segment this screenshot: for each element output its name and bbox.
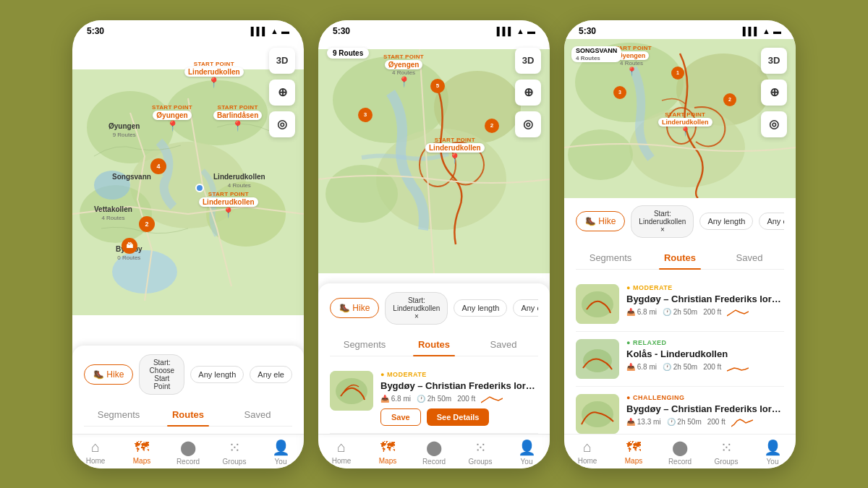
- route-title-3-1: Bygdøy – Christian Frederiks lorem...: [626, 294, 784, 304]
- nav-maps-2[interactable]: 🗺Maps: [365, 439, 411, 466]
- pin-oyengen-sub: 4 Routes: [392, 69, 415, 76]
- location-button-2[interactable]: ◎: [515, 111, 541, 137]
- cluster-3-1: 1: [671, 67, 684, 80]
- start-filter-2[interactable]: Start: Linderudkollen ×: [385, 292, 448, 325]
- details-btn-2-1[interactable]: See Details: [427, 408, 490, 426]
- start-label-lind3: START POINT: [665, 111, 705, 118]
- tab-saved-3[interactable]: Saved: [715, 247, 784, 269]
- layers-button-2[interactable]: ⊕: [515, 80, 541, 106]
- tab-routes-3[interactable]: Routes: [645, 247, 715, 269]
- hike-filter-btn-3[interactable]: 🥾 Hike: [576, 211, 625, 231]
- route-count-badge: 9 Routes: [327, 48, 369, 59]
- pin-name: Linderudkollen: [184, 67, 244, 77]
- 3d-button-1[interactable]: 3D: [269, 48, 295, 74]
- layers-button-1[interactable]: ⊕: [269, 80, 295, 106]
- map-area-2: 3D ⊕ ◎ 9 Routes START POINT Øyengen 4 Ro…: [318, 39, 550, 283]
- pin-linderudkollen-3: START POINT Linderudkollen 📍: [658, 111, 712, 137]
- dur-3-3: 🕐 2h 50m: [667, 418, 702, 426]
- route-title-3-3: Bygdøy – Christian Frederiks lorem...: [626, 403, 784, 414]
- nav-groups-2[interactable]: ⁙Groups: [457, 439, 503, 466]
- pin-oyungen-sp: START POINT Øyungen 📍: [152, 104, 192, 132]
- elev-filter-1[interactable]: Any ele: [250, 366, 292, 383]
- hike-filter-btn-2[interactable]: 🥾 Hike: [330, 298, 379, 318]
- tab-saved-2[interactable]: Saved: [469, 333, 538, 356]
- bottom-nav-3: ⌂Home 🗺Maps ⬤Record ⁙Groups 👤You: [564, 434, 796, 468]
- nav-home-2[interactable]: ⌂Home: [318, 439, 365, 466]
- nav-maps-3[interactable]: 🗺Maps: [610, 439, 657, 466]
- start-filter-3[interactable]: Start: Linderudkollen ×: [631, 205, 694, 238]
- thumb-svg-3-1: [576, 284, 619, 324]
- pin-lind3: Linderudkollen: [658, 118, 712, 127]
- nav-you-1[interactable]: 👤You: [258, 439, 304, 466]
- pin-icon-oyengen-3: 📍: [626, 67, 637, 77]
- route-info-3-3: ● CHALLENGING Bygdøy – Christian Frederi…: [626, 394, 784, 427]
- route-info-3-1: ● MODERATE Bygdøy – Christian Frederiks …: [626, 284, 784, 317]
- signal-icon-3: ▌▌▌: [743, 27, 760, 35]
- route-title-2-1: Bygdøy – Christian Frederiks lorem...: [380, 380, 538, 391]
- svg-point-27: [582, 401, 613, 427]
- length-filter-2[interactable]: Any length: [454, 299, 507, 317]
- route-badge-2-1: ● MODERATE: [380, 371, 538, 378]
- nav-groups-1[interactable]: ⁙Groups: [211, 439, 258, 466]
- nav-record-1[interactable]: ⬤Record: [165, 439, 211, 466]
- wifi-icon-3: ▲: [762, 27, 770, 35]
- nav-record-3[interactable]: ⬤Record: [657, 439, 703, 466]
- layers-button-3[interactable]: ⊕: [761, 80, 787, 106]
- location-button-3[interactable]: ◎: [761, 111, 787, 137]
- start-filter-1[interactable]: Start: Choose Start Point: [139, 354, 184, 395]
- pin-barlindas: START POINT Barlindåsen 📍: [213, 104, 262, 132]
- svg-point-15: [336, 378, 367, 404]
- nav-home-1[interactable]: ⌂Home: [72, 439, 119, 466]
- route-thumb-2-1: [330, 371, 373, 411]
- wifi-icon: ▲: [271, 27, 278, 35]
- route-info-2-1: ● MODERATE Bygdøy – Christian Frederiks …: [380, 371, 538, 426]
- tab-segments-2[interactable]: Segments: [330, 333, 399, 356]
- tab-segments-1[interactable]: Segments: [84, 403, 153, 426]
- svg-point-25: [583, 349, 612, 372]
- cluster-pin-1: 4: [150, 158, 166, 174]
- status-bar-2: 5:30 ▌▌▌ ▲ ▬: [318, 20, 550, 39]
- dur-3-1: 🕐 2h 50m: [663, 308, 697, 316]
- nav-home-3[interactable]: ⌂Home: [564, 439, 610, 466]
- route-card-3-3: ● CHALLENGING Bygdøy – Christian Frederi…: [576, 387, 784, 434]
- pin-linderudkollen-top: START POINT Linderudkollen 📍: [184, 61, 244, 88]
- area-label-vettakollen: Vettakollen4 Routes: [94, 205, 132, 221]
- route-meta-3-3: 📥 13.3 mi 🕐 2h 50m 200 ft: [626, 417, 784, 427]
- scroll-panel-3[interactable]: 🥾 Hike Start: Linderudkollen × Any lengt…: [564, 198, 796, 434]
- pin-lind2: Linderudkollen: [425, 143, 485, 153]
- start-label-oyengen: START POINT: [383, 53, 424, 60]
- route-actions-2-1: Save See Details: [380, 408, 538, 426]
- signal-icon-2: ▌▌▌: [497, 27, 514, 35]
- route-badge-3-3: ● CHALLENGING: [626, 394, 784, 401]
- save-btn-2-1[interactable]: Save: [380, 408, 421, 426]
- start-point-label4: START POINT: [208, 191, 249, 197]
- tab-saved-1[interactable]: Saved: [223, 403, 292, 426]
- start-point-label: START POINT: [194, 61, 234, 67]
- 3d-button-2[interactable]: 3D: [515, 48, 541, 74]
- hike-filter-btn-1[interactable]: 🥾 Hike: [84, 364, 133, 385]
- 3d-button-3[interactable]: 3D: [761, 48, 787, 74]
- nav-maps-1[interactable]: 🗺Maps: [119, 439, 165, 466]
- elev-filter-2[interactable]: Any ele: [513, 299, 538, 317]
- length-filter-3[interactable]: Any length: [699, 213, 753, 230]
- tab-segments-3[interactable]: Segments: [576, 247, 645, 269]
- tab-routes-2[interactable]: Routes: [399, 333, 469, 356]
- cluster-2-2: 2: [485, 119, 499, 133]
- location-button-1[interactable]: ◎: [269, 111, 295, 137]
- nav-you-2[interactable]: 👤You: [503, 439, 550, 466]
- bottom-nav-2: ⌂Home 🗺Maps ⬤Record ⁙Groups 👤You: [318, 434, 550, 468]
- time-2: 5:30: [333, 26, 350, 36]
- route-dist-2-1: 📥 6.8 mi: [380, 395, 411, 403]
- tab-routes-1[interactable]: Routes: [153, 403, 223, 426]
- route-card-3-1: ● MODERATE Bygdøy – Christian Frederiks …: [576, 277, 784, 332]
- elev-filter-3[interactable]: Any ele: [759, 213, 784, 230]
- nav-record-2[interactable]: ⬤Record: [411, 439, 457, 466]
- pin-icon4: 📍: [222, 207, 234, 218]
- nav-groups-3[interactable]: ⁙Groups: [703, 439, 749, 466]
- length-filter-1[interactable]: Any length: [190, 366, 244, 383]
- battery-icon: ▬: [281, 27, 289, 35]
- area-label-songsvann: Songsvann: [112, 173, 151, 181]
- nav-you-3[interactable]: 👤You: [749, 439, 796, 466]
- route-title-3-2: Kolås - Linderudkollen: [626, 348, 784, 359]
- route-elev-2-1: 200 ft: [457, 395, 475, 403]
